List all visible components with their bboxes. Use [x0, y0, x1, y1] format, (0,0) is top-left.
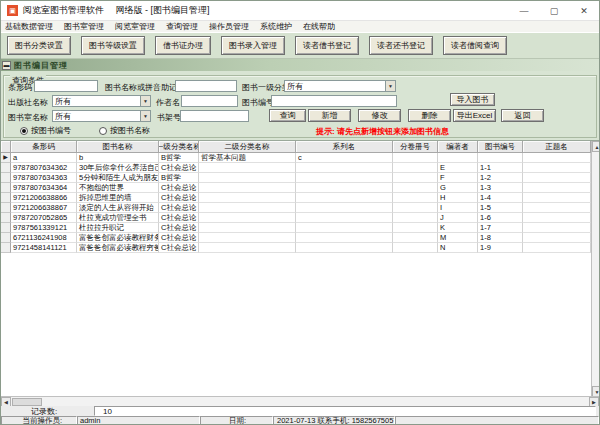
publisher-combo[interactable]: 所有 ▼ — [52, 95, 151, 107]
publisher-label: 出版社名称 — [8, 97, 48, 108]
table-cell — [296, 193, 393, 203]
toolbar-button[interactable]: 读者借书登记 — [295, 36, 359, 55]
table-cell — [199, 233, 296, 243]
row-marker — [1, 203, 11, 213]
modify-button[interactable]: 修改 — [358, 109, 401, 122]
table-cell: 1-3 — [478, 183, 523, 193]
table-cell: H — [438, 193, 478, 203]
bookname-input[interactable] — [175, 80, 237, 92]
radio-by-book-number[interactable]: 按图书编号 — [20, 125, 71, 136]
table-cell — [523, 223, 591, 233]
minimize-button[interactable]: — — [509, 1, 539, 20]
table-cell — [393, 183, 438, 193]
table-cell — [523, 203, 591, 213]
maximize-button[interactable]: ▢ — [539, 1, 569, 20]
table-row[interactable]: 9721206638866拆掉思维里的墙C社会总论H1-4 — [1, 193, 600, 203]
table-cell — [199, 173, 296, 183]
table-row[interactable]: 9787561339121杜拉拉升职记C社会总论K1-7 — [1, 223, 600, 233]
radio-selected-icon — [20, 127, 28, 135]
table-row[interactable]: 97878076343635分钟和陌生人成为朋友B哲学F1-2 — [1, 173, 600, 183]
table-row[interactable]: 9721206638867淡定的人生从容得开始C社会总论I1-5 — [1, 203, 600, 213]
table-cell — [199, 163, 296, 173]
table-cell — [296, 163, 393, 173]
row-marker — [1, 193, 11, 203]
table-row[interactable]: 9721458141121富爸爸创富必读教程穷爸爸C社会总论N1-9 — [1, 243, 600, 253]
menu-item[interactable]: 图书室管理 — [64, 21, 104, 32]
table-cell — [199, 223, 296, 233]
table-cell: E — [438, 163, 478, 173]
table-cell — [199, 213, 296, 223]
chevron-down-icon[interactable]: ▼ — [140, 96, 150, 106]
menu-item[interactable]: 阅览室管理 — [115, 21, 155, 32]
menu-item[interactable]: 查询管理 — [166, 21, 198, 32]
column-header: 一级分类名称 — [159, 141, 199, 153]
query-groupbox: 查询条件 条形码 图书名称或拼音助记符 图书一级分类码 所有 ▼ 出版社名称 所… — [3, 75, 597, 138]
table-cell: 1-5 — [478, 203, 523, 213]
row-marker — [1, 183, 11, 193]
table-cell: B哲学 — [159, 173, 199, 183]
table-row[interactable]: 9787207052865杜拉克成功管理全书C社会总论J1-6 — [1, 213, 600, 223]
table-cell — [296, 233, 393, 243]
menu-item[interactable]: 系统维护 — [260, 21, 292, 32]
table-cell: a — [11, 153, 77, 163]
child-window-titlebar: ▬ 图书编目管理 — [1, 59, 599, 71]
table-row[interactable]: 978780763436230年后你拿什么养活自己C社会总论E1-1 — [1, 163, 600, 173]
record-count-row: 记录数: 10 — [1, 406, 599, 416]
export-excel-button[interactable]: 导出Excel — [453, 109, 496, 122]
toolbar-button[interactable]: 借书证办理 — [155, 36, 211, 55]
add-button[interactable]: 新增 — [308, 109, 351, 122]
barcode-input[interactable] — [34, 80, 98, 92]
title-bar: ▣ 阅览室图书管理软件 网络版 - [图书编目管理] — ▢ ✕ — [1, 1, 599, 21]
toolbar-button[interactable]: 图书录入管理 — [221, 36, 285, 55]
menu-item[interactable]: 操作员管理 — [209, 21, 249, 32]
date-contact-panel: 2021-07-13 联系手机: 15825675057 — [273, 416, 395, 425]
toolbar-button[interactable]: 图书分类设置 — [7, 36, 71, 55]
table-cell: 1-2 — [478, 173, 523, 183]
child-minimize-icon[interactable]: ▬ — [2, 61, 11, 70]
table-cell: 30年后你拿什么养活自己 — [77, 163, 159, 173]
table-row[interactable]: ▶abB哲学哲学基本问题c — [1, 153, 600, 163]
table-cell: 1-1 — [478, 163, 523, 173]
close-button[interactable]: ✕ — [569, 1, 599, 20]
table-cell — [393, 213, 438, 223]
toolbar-button[interactable]: 读者借阅查询 — [443, 36, 507, 55]
column-header: 系列名 — [296, 141, 393, 153]
operator-value: admin — [77, 416, 200, 425]
menu-item[interactable]: 在线帮助 — [303, 21, 335, 32]
table-cell — [523, 173, 591, 183]
shelf-label: 书架号 — [157, 112, 181, 123]
shelf-input[interactable] — [180, 110, 249, 122]
toolbar-button[interactable]: 读者还书登记 — [369, 36, 433, 55]
table-cell — [296, 203, 393, 213]
vertical-scrollbar[interactable]: ▲ ▼ — [591, 141, 600, 397]
room-combo[interactable]: 所有 ▼ — [52, 110, 151, 122]
chevron-down-icon[interactable]: ▼ — [140, 111, 150, 121]
table-cell: 1-8 — [478, 233, 523, 243]
table-cell: C社会总论 — [159, 193, 199, 203]
query-button[interactable]: 查询 — [269, 109, 306, 122]
chevron-down-icon[interactable]: ▼ — [385, 81, 395, 91]
table-row[interactable]: 6721136241908富爸爸创富必读教程财务自由C社会总论M1-8 — [1, 233, 600, 243]
table-cell — [523, 193, 591, 203]
column-header: 正题名 — [523, 141, 591, 153]
menu-item[interactable]: 基础数据管理 — [5, 21, 53, 32]
table-cell — [393, 203, 438, 213]
room-combo-value: 所有 — [55, 111, 71, 122]
table-cell — [438, 153, 478, 163]
category-combo-value: 所有 — [287, 81, 303, 92]
table-cell — [523, 153, 591, 163]
radio-by-book-name[interactable]: 按图书名称 — [99, 125, 150, 136]
import-books-button[interactable]: 导入图书 — [450, 93, 495, 106]
toolbar-button[interactable]: 图书等级设置 — [81, 36, 145, 55]
delete-button[interactable]: 删除 — [408, 109, 451, 122]
category-combo[interactable]: 所有 ▼ — [284, 80, 396, 92]
bookno-input[interactable] — [271, 95, 397, 107]
back-button[interactable]: 返回 — [501, 109, 544, 122]
grid-body: ▶abB哲学哲学基本问题c978780763436230年后你拿什么养活自己C社… — [1, 153, 600, 253]
table-cell — [393, 173, 438, 183]
scroll-up-icon[interactable]: ▲ — [592, 141, 600, 152]
horizontal-scrollbar[interactable]: ◀ ▶ — [1, 396, 599, 406]
table-row[interactable]: 9787807634364不抱怨的世界C社会总论G1-3 — [1, 183, 600, 193]
column-header: 编著者 — [438, 141, 478, 153]
author-input[interactable] — [181, 95, 238, 107]
